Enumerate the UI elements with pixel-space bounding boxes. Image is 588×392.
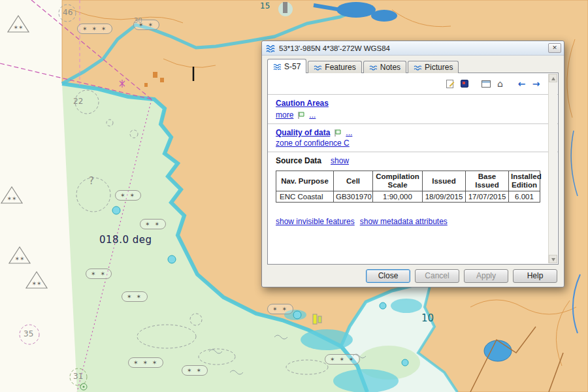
caution-areas-link[interactable]: Caution Areas bbox=[276, 99, 329, 108]
dialog-toolbar: ⌂ ← → bbox=[276, 77, 542, 90]
tab-label: Notes bbox=[380, 63, 400, 72]
star-cluster-symbol: ✶ ✶ ✶ bbox=[128, 357, 163, 368]
waves-icon bbox=[414, 64, 422, 71]
cancel-button[interactable]: Cancel bbox=[415, 269, 459, 283]
quality-of-data-section: Quality of data ... zone of confidence C bbox=[276, 128, 542, 148]
scroll-down-icon[interactable] bbox=[549, 255, 557, 263]
triangle-stars: ✶✶ bbox=[14, 255, 24, 262]
help-button[interactable]: Help bbox=[513, 269, 557, 283]
show-metadata-attributes-link[interactable]: show metadata attributes bbox=[360, 217, 448, 226]
close-button[interactable]: Close bbox=[366, 269, 410, 283]
tab-pictures[interactable]: Pictures bbox=[408, 61, 459, 73]
s57-properties-dialog: 53*13'-985N 4*38'-272W WGS84 ✕ S-57 Feat… bbox=[261, 41, 564, 287]
star-cluster-symbol: ✶ ✶ bbox=[86, 269, 112, 279]
source-data-section: Source Data show bbox=[276, 156, 542, 165]
waves-icon bbox=[314, 64, 322, 71]
waves-icon bbox=[266, 44, 276, 52]
close-icon[interactable]: ✕ bbox=[548, 43, 561, 53]
star-cluster-symbol: ✶ ✶ bbox=[115, 190, 141, 201]
table-header-row: Nav. Purpose Cell Compilation Scale Issu… bbox=[276, 171, 540, 191]
cell-nav-purpose: ENC Coastal bbox=[276, 191, 334, 203]
star-cluster-symbol: ✶ ✶ bbox=[267, 304, 293, 314]
waves-icon bbox=[273, 63, 282, 70]
source-data-table: Nav. Purpose Cell Compilation Scale Issu… bbox=[276, 171, 540, 203]
dark-chart-icon[interactable] bbox=[458, 78, 470, 90]
home-glyph: ⌂ bbox=[497, 79, 503, 88]
triangle-star-symbol: ✶✶ bbox=[25, 270, 48, 290]
star-cluster-symbol: ✶ ✶ bbox=[122, 291, 148, 302]
depth-label-46: 46 bbox=[63, 8, 73, 17]
tab-label: S-57 bbox=[284, 62, 301, 71]
forward-arrow-icon[interactable]: → bbox=[530, 78, 542, 90]
cell-issued: 18/09/2015 bbox=[423, 191, 466, 203]
star-cluster-symbol: ✶ ✶ bbox=[140, 219, 166, 229]
source-data-label: Source Data bbox=[276, 156, 321, 165]
dialog-titlebar[interactable]: 53*13'-985N 4*38'-272W WGS84 ✕ bbox=[262, 41, 564, 56]
separator bbox=[268, 94, 558, 95]
col-nav-purpose: Nav. Purpose bbox=[276, 171, 334, 191]
question-mark-label: ? bbox=[89, 175, 94, 187]
tabstrip: S-57 Features Notes bbox=[267, 59, 459, 73]
depth-label-31: 31 bbox=[73, 372, 83, 381]
edit-page-icon[interactable] bbox=[444, 78, 456, 90]
col-issued: Issued bbox=[423, 171, 466, 191]
home-icon[interactable]: ⌂ bbox=[494, 78, 506, 90]
triangle-star-symbol: ✶✶ bbox=[7, 14, 30, 34]
footer-links: show invisible features show metadata at… bbox=[276, 217, 542, 226]
show-source-link[interactable]: show bbox=[331, 156, 349, 165]
tab-label: Pictures bbox=[425, 63, 453, 72]
quality-dots-link[interactable]: ... bbox=[346, 128, 352, 137]
triangle-star-symbol: ✶✶ bbox=[8, 246, 31, 265]
col-base-issued: Base Issued bbox=[466, 171, 509, 191]
triangle-star-symbol: ✶✶ bbox=[0, 186, 24, 205]
star-cluster-symbol: ✶ ✶ bbox=[182, 365, 208, 376]
col-cell: Cell bbox=[334, 171, 373, 191]
more-dots-link[interactable]: ... bbox=[309, 110, 316, 120]
waves-icon bbox=[369, 64, 378, 71]
back-arrow-icon[interactable]: ← bbox=[515, 78, 528, 90]
depth-label-35: 35 bbox=[24, 329, 33, 338]
caution-areas-section: Caution Areas more ... bbox=[276, 99, 542, 120]
triangle-stars: ✶✶ bbox=[31, 280, 41, 287]
cell-base-issued: 17/07/2015 bbox=[466, 191, 509, 203]
cell-installed-edition: 6.001 bbox=[509, 191, 540, 203]
dialog-content: ⌂ ← → Caution Areas more ... bbox=[267, 73, 559, 265]
depth-label-10: 10 bbox=[421, 312, 434, 324]
window-icon[interactable] bbox=[480, 78, 492, 90]
heading-label: 018.0 deg bbox=[99, 234, 152, 246]
flag-icon[interactable] bbox=[297, 111, 305, 120]
flag-icon[interactable] bbox=[334, 129, 342, 137]
tab-s57[interactable]: S-57 bbox=[267, 59, 306, 73]
col-compilation-scale: Compilation Scale bbox=[373, 171, 423, 191]
tab-label: Features bbox=[325, 63, 355, 72]
star-cluster-symbol: ✶ ✶ ✶ bbox=[77, 24, 112, 34]
separator bbox=[268, 123, 558, 124]
tab-features[interactable]: Features bbox=[308, 61, 361, 73]
dialog-buttons: Close Cancel Apply Help bbox=[262, 265, 564, 287]
tab-notes[interactable]: Notes bbox=[363, 61, 406, 73]
cell-compilation-scale: 1:90,000 bbox=[373, 191, 423, 203]
table-row[interactable]: ENC Coastal GB301970 1:90,000 18/09/2015… bbox=[276, 191, 540, 203]
dialog-title: 53*13'-985N 4*38'-272W WGS84 bbox=[279, 44, 548, 52]
zone-of-confidence-link[interactable]: zone of confidence C bbox=[276, 139, 350, 148]
lake bbox=[484, 340, 512, 361]
star-cluster-symbol: ✶ ✶ ✶ bbox=[325, 354, 360, 365]
apply-button[interactable]: Apply bbox=[464, 269, 508, 283]
screen: 46 30 22 ? 018.0 deg 35 31 15 10 ✶ ✶ ✶ ✶… bbox=[0, 0, 588, 392]
separator bbox=[268, 152, 558, 152]
depth-label-22: 22 bbox=[73, 97, 83, 106]
triangle-stars: ✶✶ bbox=[13, 24, 23, 31]
star-cluster-symbol: ✶ ✶ bbox=[133, 20, 159, 30]
more-link[interactable]: more bbox=[276, 110, 293, 120]
scrollbar[interactable] bbox=[548, 74, 557, 263]
scroll-up-icon[interactable] bbox=[549, 74, 557, 82]
show-invisible-features-link[interactable]: show invisible features bbox=[276, 217, 355, 226]
depth-label-15: 15 bbox=[260, 1, 270, 10]
quality-of-data-link[interactable]: Quality of data bbox=[276, 128, 330, 137]
cell-cell: GB301970 bbox=[334, 191, 373, 203]
col-installed-edition: Installed Edition bbox=[509, 171, 540, 191]
triangle-stars: ✶✶ bbox=[7, 195, 16, 202]
